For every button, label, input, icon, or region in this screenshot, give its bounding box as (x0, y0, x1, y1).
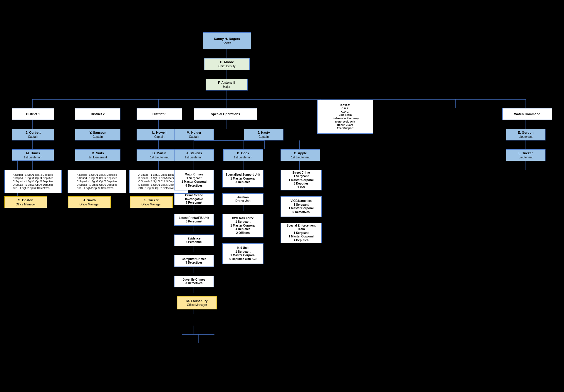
district3-label: District 3 (152, 112, 166, 116)
hasty-title: Captain (258, 135, 268, 139)
special-ops-box: Special Operations (194, 108, 257, 120)
k9-label: K-9 Unit 1 Sergeant 1 Master Corporal 6 … (229, 246, 256, 261)
lounsbury-title: Office Manager (187, 303, 207, 307)
d2-captain-title: Captain (93, 135, 103, 139)
major-box: F. Antonelli Major (206, 79, 248, 91)
juvenile-label: Juvenile Crimes 3 Detectives (183, 278, 205, 285)
d1-captain-name: J. Corbett (26, 130, 41, 135)
major-crimes-box: Major Crimes 1 Sergeant 1 Master Corpora… (174, 170, 214, 190)
hasty-box: J. Hasty Captain (244, 129, 283, 140)
k9-box: K-9 Unit 1 Sergeant 1 Master Corporal 6 … (222, 243, 263, 264)
holder-title: Captain (189, 135, 199, 139)
latent-box: Latent Print/AFIS Unit 3 Personnel (174, 214, 214, 226)
major-crimes-label: Major Crimes 1 Sergeant 1 Master Corpora… (182, 173, 207, 187)
d2-captain-name: Y. Sansour (89, 130, 106, 135)
district3-box: District 3 (137, 108, 182, 120)
aviation-label: Aviation Drone Unit (235, 196, 250, 203)
d2-om-box: J. Smith Office Manager (68, 196, 111, 208)
juvenile-box: Juvenile Crimes 3 Detectives (174, 276, 214, 287)
holder-box: M. Holder Captain (174, 129, 214, 140)
district1-box: District 1 (12, 108, 54, 120)
vice-box: VICE/Narcotics 1 Sergeant 1 Master Corpo… (281, 196, 322, 217)
d2-lt-name: M. Suits (91, 151, 104, 155)
latent-label: Latent Print/AFIS Unit 3 Personnel (179, 216, 209, 224)
watch-command-box: Watch Command (502, 108, 552, 120)
gordon-name: E. Gordon (518, 130, 533, 135)
stevens-title: 1st Lieutenant (185, 155, 203, 159)
chief-deputy-title: Chief Deputy (219, 64, 236, 68)
stevens-box: J. Stevens 1st Lieutenant (174, 149, 214, 161)
d1-lt-title: 1st Lieutenant (24, 155, 42, 159)
sert-label: S.E.R.T. C.N.T. C.D.U. Bike Team Underwa… (332, 104, 359, 130)
d3-captain-title: Captain (154, 135, 164, 139)
gordon-box: E. Gordon Lieutenant (506, 129, 545, 140)
tucker-name: L. Tucker (518, 151, 533, 155)
evidence-label: Evidence 3 Personnel (186, 237, 202, 244)
d1-lt-box: M. Burns 1st Lieutenant (12, 149, 54, 161)
holder-name: M. Holder (187, 130, 201, 135)
vice-label: VICE/Narcotics 1 Sergeant 1 Master Corpo… (288, 199, 313, 214)
aviation-box: Aviation Drone Unit (222, 193, 263, 205)
evidence-box: Evidence 3 Personnel (174, 234, 214, 246)
cook-title: 1st Lieutenant (234, 155, 252, 159)
gordon-title: Lieutenant (519, 135, 533, 139)
csi-label: Crime Scene Investigative 7 Personnel (176, 194, 212, 205)
stevens-name: J. Stevens (186, 151, 202, 155)
d1-om-title: Office Manager (16, 202, 36, 206)
computer-crimes-box: Computer Crimes 3 Detectives (174, 255, 214, 267)
dwi-label: DWI Task Force 1 Sergeant 1 Master Corpo… (230, 217, 255, 235)
sheriff-box: Danny H. Rogers Sheriff (203, 32, 251, 49)
tucker-box: L. Tucker Lieutenant (506, 149, 545, 161)
tucker-title: Lieutenant (519, 155, 533, 159)
d3-om-box: S. Tucker Office Manager (130, 196, 173, 208)
sheriff-title: Sheriff (223, 41, 231, 45)
d3-lt-title: 1st Lieutenant (150, 155, 169, 159)
street-crime-label: Street Crime 1 Sergeant 1 Master Corpora… (288, 171, 313, 190)
d1-lt-name: M. Burns (26, 151, 40, 155)
d1-captain-box: J. Corbett Captain (12, 129, 54, 140)
d1-om-name: S. Boston (18, 198, 33, 202)
chief-deputy-name: G. Moore (220, 60, 234, 64)
d3-lt-name: B. Martin (152, 151, 166, 155)
d3-captain-name: L. Howell (152, 130, 166, 135)
major-title: Major (223, 85, 230, 89)
d2-captain-box: Y. Sansour Captain (75, 129, 120, 140)
special-ops-label: Special Operations (211, 112, 240, 116)
apple-name: C. Apple (294, 151, 307, 155)
computer-crimes-label: Computer Crimes 3 Detectives (182, 257, 207, 265)
d1-om-box: S. Boston Office Manager (4, 196, 47, 208)
d1-squads-text: A Squad - 1 Sgt./1 Cpl./4 Deputies B Squ… (13, 173, 53, 190)
hasty-name: J. Hasty (257, 130, 270, 135)
district1-label: District 1 (26, 112, 40, 116)
d2-squads-box: A Squad - 1 Sgt./1 Cpl./5 Deputies B Squ… (68, 170, 126, 193)
d2-om-name: J. Smith (83, 198, 96, 202)
apple-box: C. Apple 1st Lieutenant (281, 149, 320, 161)
cook-name: D. Cook (237, 151, 249, 155)
lounsbury-box: M. Lounsbury Office Manager (177, 296, 217, 309)
cook-box: D. Cook 1st Lieutenant (223, 149, 263, 161)
major-name: F. Antonelli (218, 81, 235, 85)
d2-lt-box: M. Suits 1st Lieutenant (75, 149, 120, 161)
watch-command-label: Watch Command (514, 112, 540, 116)
district2-box: District 2 (75, 108, 120, 120)
specialized-support-box: Specialized Support Unit 1 Master Corpor… (222, 170, 263, 187)
set-label: Special Enforcement Team 1 Sergeant 1 Ma… (283, 224, 320, 242)
sert-box: S.E.R.T. C.N.T. C.D.U. Bike Team Underwa… (317, 100, 373, 134)
csi-box: Crime Scene Investigative 7 Personnel (174, 193, 214, 205)
specialized-support-label: Specialized Support Unit 1 Master Corpor… (226, 173, 260, 184)
chief-deputy-box: G. Moore Chief Deputy (204, 58, 250, 70)
district2-label: District 2 (91, 112, 105, 116)
lounsbury-name: M. Lounsbury (186, 299, 207, 303)
street-crime-box: Street Crime 1 Sergeant 1 Master Corpora… (281, 170, 322, 190)
d3-om-name: S. Tucker (144, 198, 159, 202)
d1-squads-box: A Squad - 1 Sgt./1 Cpl./4 Deputies B Squ… (4, 170, 62, 193)
set-box: Special Enforcement Team 1 Sergeant 1 Ma… (281, 223, 322, 243)
d2-om-title: Office Manager (79, 202, 99, 206)
d1-captain-title: Captain (28, 135, 38, 139)
org-chart: Danny H. Rogers Sheriff G. Moore Chief D… (0, 0, 558, 376)
d3-om-title: Office Manager (141, 202, 161, 206)
dwi-box: DWI Task Force 1 Sergeant 1 Master Corpo… (222, 214, 263, 237)
d3-squads-text: A Squad - 1 Sgt./1 Cpl./5 Deputies B Squ… (138, 173, 179, 190)
sheriff-name: Danny H. Rogers (214, 37, 240, 41)
apple-title: 1st Lieutenant (291, 155, 310, 159)
